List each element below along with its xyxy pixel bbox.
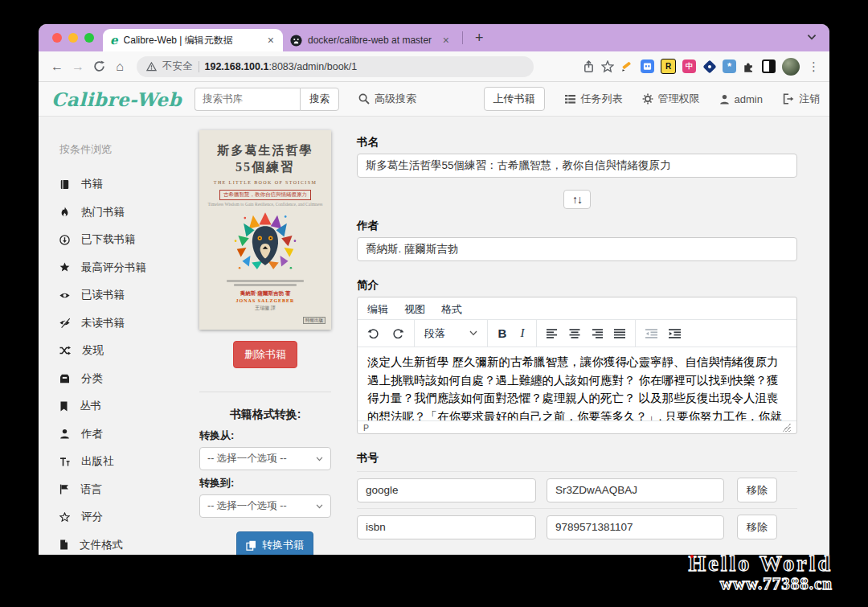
username-label: admin — [735, 93, 763, 105]
category-icon — [59, 374, 70, 383]
menu-view[interactable]: 视图 — [404, 302, 425, 314]
italic-button[interactable]: I — [518, 326, 526, 340]
browser-window: e Calibre-Web | 编辑元数据 × docker/calibre-w… — [39, 24, 829, 555]
profile-avatar[interactable] — [782, 58, 800, 76]
sidebar-item-ratings[interactable]: 评分 — [59, 503, 193, 531]
page-url: 192.168.100.1:8083/admin/book/1 — [205, 61, 358, 72]
title-input[interactable] — [357, 154, 797, 178]
sidebar-item-label: 热门书籍 — [81, 205, 125, 219]
swap-title-author-button[interactable]: ↑↓ — [563, 190, 591, 209]
new-tab-button[interactable]: + — [467, 31, 492, 45]
menu-format[interactable]: 格式 — [441, 302, 462, 314]
undo-icon[interactable] — [367, 328, 380, 338]
ext-calendar-icon[interactable] — [641, 59, 654, 73]
delete-book-button[interactable]: 删除书籍 — [233, 341, 297, 368]
sidebar-item-series[interactable]: 丛书 — [59, 392, 193, 420]
menu-edit[interactable]: 编辑 — [367, 302, 388, 314]
sidebar-item-categories[interactable]: 分类 — [59, 365, 193, 393]
identifier-type-input[interactable] — [357, 515, 536, 539]
logout-link[interactable]: 注销 — [782, 92, 820, 106]
tab-title: Calibre-Web | 编辑元数据 — [124, 34, 260, 47]
cover-author: 喬納斯·薩爾斯吉勃 著 — [199, 290, 331, 297]
logout-label: 注销 — [799, 92, 820, 106]
chevron-down-icon — [316, 457, 323, 461]
extensions-puzzle-icon[interactable] — [743, 60, 755, 73]
zoom-window-button[interactable] — [84, 33, 94, 43]
remove-identifier-button[interactable]: 移除 — [737, 478, 777, 502]
close-tab-icon[interactable]: × — [441, 35, 451, 46]
close-tab-icon[interactable]: × — [266, 35, 276, 46]
align-center-icon[interactable] — [569, 329, 580, 338]
identifier-type-input[interactable] — [357, 478, 536, 502]
tab-github[interactable]: docker/calibre-web at master × — [283, 29, 458, 51]
file-icon — [59, 539, 68, 550]
tab-calibre-web[interactable]: e Calibre-Web | 编辑元数据 × — [103, 29, 283, 51]
align-left-icon[interactable] — [547, 329, 558, 338]
reload-icon[interactable] — [88, 60, 109, 72]
resize-grip[interactable] — [783, 424, 791, 432]
back-icon[interactable]: ← — [47, 59, 68, 74]
sidebar-item-file-formats[interactable]: 文件格式 — [59, 531, 193, 556]
minimize-window-button[interactable] — [68, 33, 78, 43]
home-icon[interactable]: ⌂ — [109, 59, 130, 74]
advanced-search-link[interactable]: 高级搜索 — [358, 92, 416, 106]
book-panel: 斯多葛生活哲學 55個練習 THE LITTLE BOOK OF STOICIS… — [193, 117, 350, 555]
bookmark-star-icon[interactable] — [601, 60, 614, 73]
ext-translate-icon[interactable]: 中 — [682, 59, 696, 73]
search-input[interactable] — [194, 88, 300, 111]
ext-snowflake-icon[interactable]: * — [723, 59, 736, 73]
browser-menu-icon[interactable]: ⋮ — [806, 59, 821, 74]
tab-list-chevron-icon[interactable] — [807, 34, 817, 40]
sidebar-item-read[interactable]: 已读书籍 — [59, 281, 193, 310]
bold-button[interactable]: B — [497, 326, 507, 340]
description-content[interactable]: 淡定人生新哲學 歷久彌新的古希臘智慧，讓你獲得心靈寧靜、自信與情緒復原力 遇上挑… — [358, 347, 796, 420]
search-button[interactable]: 搜索 — [300, 88, 339, 111]
forward-icon[interactable]: → — [68, 59, 88, 74]
user-menu[interactable]: admin — [719, 93, 763, 105]
security-label[interactable]: 不安全 — [162, 59, 193, 73]
sidebar-item-downloaded[interactable]: 已下载书籍 — [59, 226, 193, 254]
sidebar-item-discover[interactable]: 发现 — [59, 337, 193, 365]
identifier-value-input[interactable] — [547, 515, 724, 539]
convert-book-button[interactable]: 转换书籍 — [236, 531, 313, 555]
paragraph-style-dropdown[interactable]: 段落 — [424, 326, 477, 341]
calibre-web-logo[interactable]: Calibre-Web — [51, 88, 182, 110]
cover-band: 古希臘智慧，教你自信與情緒復原力 — [219, 190, 311, 200]
indent-icon[interactable] — [669, 329, 681, 338]
align-justify-icon[interactable] — [614, 329, 625, 338]
upload-book-button[interactable]: 上传书籍 — [484, 87, 545, 111]
sidebar-item-top-rated[interactable]: 最高评分书籍 — [59, 254, 193, 282]
identifier-value-input[interactable] — [547, 478, 724, 502]
ext-contrast-icon[interactable] — [762, 59, 776, 73]
author-input[interactable] — [357, 237, 797, 261]
convert-to-select[interactable]: -- 选择一个选项 -- — [199, 494, 331, 518]
search-group: 搜索 — [194, 88, 339, 111]
sidebar-item-label: 评分 — [81, 510, 103, 524]
select-value: -- 选择一个选项 -- — [207, 499, 287, 513]
url-path: :8083/admin/book/1 — [268, 61, 357, 72]
convert-to-label: 转换到: — [199, 476, 350, 490]
sidebar-item-languages[interactable]: 语言 — [59, 476, 193, 504]
sidebar-item-unread[interactable]: 未读书籍 — [59, 310, 193, 338]
sidebar-item-authors[interactable]: 作者 — [59, 420, 193, 449]
redo-icon[interactable] — [391, 328, 404, 338]
ext-highlighter-icon[interactable] — [620, 59, 634, 73]
convert-book-label: 转换书籍 — [262, 538, 304, 552]
admin-link[interactable]: 管理权限 — [642, 92, 700, 106]
sidebar-item-books[interactable]: 书籍 — [59, 170, 193, 199]
tasks-link[interactable]: 任务列表 — [564, 92, 623, 106]
convert-from-select[interactable]: -- 选择一个选项 -- — [199, 447, 331, 470]
ext-reader-icon[interactable]: R — [661, 59, 676, 74]
sidebar-item-publishers[interactable]: 出版社 — [59, 448, 193, 476]
ext-diamond-icon[interactable] — [702, 59, 716, 73]
close-window-button[interactable] — [52, 33, 62, 43]
omnibox-separator — [199, 61, 199, 72]
sidebar-item-label: 作者 — [81, 427, 103, 441]
remove-identifier-button[interactable]: 移除 — [737, 515, 777, 539]
share-icon[interactable] — [583, 60, 595, 73]
align-right-icon[interactable] — [592, 329, 603, 338]
outdent-icon[interactable] — [645, 329, 657, 338]
sidebar-item-hot[interactable]: 热门书籍 — [59, 199, 193, 227]
lion-illustration — [230, 210, 301, 277]
address-bar[interactable]: 不安全 192.168.100.1:8083/admin/book/1 — [137, 56, 534, 77]
